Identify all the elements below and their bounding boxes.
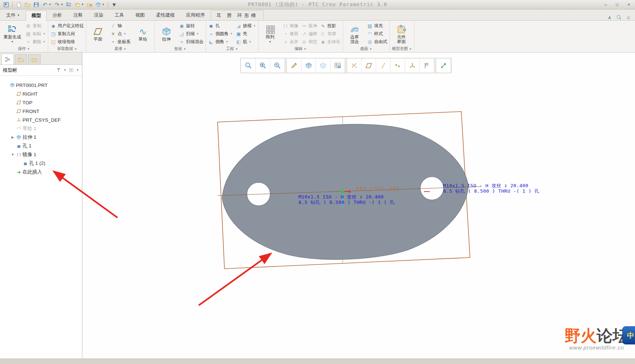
fill-button[interactable]: ▨填充 xyxy=(367,22,387,30)
minimize-button[interactable]: – xyxy=(602,1,610,8)
ribbon-group-label[interactable]: 获取数据 ▼ xyxy=(50,46,84,52)
tab-custom-group[interactable]: 耳 唇 环形槽 xyxy=(211,10,264,20)
regenerate-button[interactable]: 重新生成▼ xyxy=(2,24,22,45)
point-display-button[interactable] xyxy=(391,59,405,72)
point-button[interactable]: ✕点▼ xyxy=(110,30,131,38)
plane-display-button[interactable] xyxy=(362,59,376,72)
tree-item-top-plane[interactable]: TOP xyxy=(0,98,82,107)
zoom-out-button[interactable] xyxy=(270,59,285,72)
command-search-button[interactable] xyxy=(616,14,622,20)
display-style-button[interactable] xyxy=(301,59,316,72)
feedback-button[interactable]: ☺ xyxy=(626,14,631,20)
tree-item-hole-1[interactable]: ◙孔 1 xyxy=(0,142,82,150)
redo-button[interactable]: ↷▼ xyxy=(53,1,64,9)
tree-item-sketch-1[interactable]: ◠草绘 1 xyxy=(0,124,82,133)
boundary-blend-button[interactable]: 边界混合 xyxy=(345,24,364,45)
ribbon-group-label[interactable]: 模型意图 ▼ xyxy=(392,46,412,52)
tab-flexible-modeling[interactable]: 柔性建模 xyxy=(150,10,180,20)
sweep-button[interactable]: ◿扫描▼ xyxy=(179,30,203,38)
tab-annotate[interactable]: 注释 xyxy=(68,10,88,20)
csys-button[interactable]: ▪坐标系 xyxy=(110,38,131,46)
maximize-button[interactable]: □ xyxy=(613,1,621,8)
ime-language-badge[interactable]: 中 xyxy=(622,326,635,344)
ribbon-group-label[interactable]: 基准 ▼ xyxy=(88,46,152,52)
shell-button[interactable]: ▣壳 xyxy=(236,30,256,38)
tab-analysis[interactable]: 分析 xyxy=(47,10,67,20)
rib-button[interactable]: ◧筋▼ xyxy=(236,38,256,46)
csys-label[interactable]: PRT_CSYS_DEF xyxy=(356,186,400,192)
shrinkwrap-button[interactable]: ◱收缩包络 xyxy=(50,38,84,46)
tab-file[interactable]: 文件▼ xyxy=(1,10,25,20)
tree-item-csys[interactable]: PRT_CSYS_DEF xyxy=(0,116,82,124)
graphics-area[interactable]: PRT_CSYS_DEF M10x1.5 ISO - H 攻丝 ↧ 20.400… xyxy=(82,53,635,359)
close-window-button[interactable] xyxy=(86,1,94,9)
tree-settings-icon[interactable] xyxy=(56,67,61,73)
axis-button[interactable]: ∕轴 xyxy=(110,22,131,30)
customize-button[interactable]: ▼ xyxy=(110,1,118,9)
hole-button[interactable]: ◙孔 xyxy=(208,22,233,30)
window-switch-button[interactable]: ▼ xyxy=(74,1,85,9)
extrude-button[interactable]: 拉伸 xyxy=(157,26,176,42)
tab-render[interactable]: 渲染 xyxy=(88,10,109,20)
tree-item-insert-here[interactable]: ➔在此插入 xyxy=(0,168,82,176)
tree-item-right-plane[interactable]: RIGHT xyxy=(0,89,82,98)
ribbon-group-label[interactable]: 编辑 ▼ xyxy=(261,46,341,52)
tree-item-mirror-1[interactable]: ▼镜像 1 xyxy=(0,150,82,159)
chamfer-button[interactable]: ◣倒角▼ xyxy=(208,38,233,46)
tab-model[interactable]: 模型 xyxy=(26,11,47,21)
save-button[interactable] xyxy=(32,1,40,9)
component-interface-button[interactable]: 元件界面 xyxy=(392,24,411,45)
close-button[interactable]: × xyxy=(625,1,633,8)
csys-origin-marker[interactable] xyxy=(341,191,344,193)
undo-button[interactable]: ↶▼ xyxy=(41,1,52,9)
tree-expander-icon[interactable]: ▶ xyxy=(10,135,15,139)
hole-note-right-line2[interactable]: 8.5 钻孔 ( 8.500 ) THRU -( 1 ) 孔 xyxy=(443,188,539,194)
round-button[interactable]: ◕倒圆角▼ xyxy=(208,30,233,38)
tree-expander-icon[interactable]: ▼ xyxy=(10,153,15,156)
draft-button[interactable]: ◢拔模▼ xyxy=(236,22,256,30)
new-file-button[interactable] xyxy=(15,1,23,9)
chevron-down-icon[interactable]: ▼ xyxy=(76,68,79,72)
axis-display-button[interactable] xyxy=(376,59,391,72)
swept-blend-button[interactable]: ≈扫描混合 xyxy=(179,38,203,46)
nav-tab-folder-browser[interactable] xyxy=(15,54,27,64)
plane-button[interactable]: 平面 xyxy=(88,26,107,42)
style-button[interactable]: ◠样式 xyxy=(367,30,387,38)
ribbon-group-label[interactable]: 曲面 ▼ xyxy=(345,46,387,52)
revolve-button[interactable]: ◉旋转 xyxy=(179,22,203,30)
freestyle-button[interactable]: ◎自由式 xyxy=(367,38,387,46)
ribbon-group-label[interactable]: 形状 ▼ xyxy=(157,46,203,52)
spin-center-button[interactable] xyxy=(436,59,451,72)
repaint-button[interactable] xyxy=(287,59,301,72)
nav-tab-model-tree[interactable] xyxy=(1,54,14,64)
hole-note-center-line2[interactable]: 8.5 钻孔 ( 8.500 ) THRU -( 1 ) 孔 xyxy=(298,200,395,205)
tab-tools[interactable]: 工具 xyxy=(109,10,129,20)
ribbon-group-label[interactable]: 操作 ▼ xyxy=(2,46,46,52)
zoom-region-button[interactable] xyxy=(241,59,256,72)
regenerate-small-button[interactable] xyxy=(65,1,73,9)
annotation-display-button[interactable] xyxy=(420,59,434,72)
project-button[interactable]: ∿投影 xyxy=(320,22,341,30)
tree-item-part[interactable]: PRT0001.PRT xyxy=(0,81,82,89)
hole-note-center-line1[interactable]: M10x1.5 ISO - H 攻丝 ↧ 20.400 xyxy=(298,194,384,200)
view-manager-button[interactable] xyxy=(330,59,345,72)
nav-tab-favorites[interactable]: * xyxy=(28,54,41,64)
tab-view[interactable]: 视图 xyxy=(130,10,150,20)
collapse-ribbon-button[interactable]: ∧ xyxy=(607,14,613,20)
tab-applications[interactable]: 应用程序 xyxy=(181,10,210,20)
tree-item-front-plane[interactable]: FRONT xyxy=(0,107,82,116)
copy-geometry-button[interactable]: ◳复制几何 xyxy=(50,30,84,38)
pattern-button[interactable]: 阵列▼ xyxy=(261,24,280,45)
app-window-button[interactable] xyxy=(2,1,10,9)
ribbon-group-label[interactable]: 工程 ▼ xyxy=(208,46,256,52)
tree-item-extrude-1[interactable]: ▶拉伸 1 xyxy=(0,133,82,142)
view-orient-button[interactable]: ▼ xyxy=(94,1,106,9)
datum-filter-button[interactable] xyxy=(347,59,362,72)
csys-display-button[interactable] xyxy=(405,59,420,72)
hidden-line-button[interactable] xyxy=(316,59,330,72)
hole-note-right-line1[interactable]: M10x1.5 ISO - H 攻丝 ↧ 20.400 xyxy=(443,183,528,188)
zoom-in-button[interactable] xyxy=(256,59,270,72)
tree-item-hole-1-2[interactable]: ◙孔 1 (2) xyxy=(0,159,82,168)
udf-button[interactable]: ◆用户定义特征 xyxy=(50,22,84,30)
chevron-down-icon[interactable]: ▼ xyxy=(63,68,66,72)
